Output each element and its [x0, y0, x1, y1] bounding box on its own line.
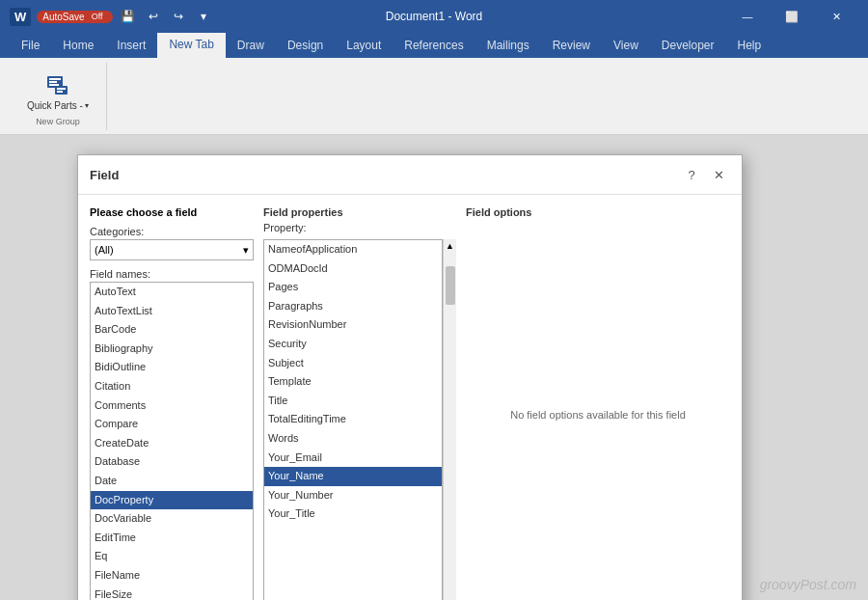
autosave-state: Off: [88, 12, 107, 21]
panel-right: Field options No field options available…: [466, 206, 730, 600]
field-names-item[interactable]: Date: [91, 472, 253, 491]
dialog-controls: ? ✕: [680, 163, 730, 186]
property-list-item[interactable]: Template: [264, 372, 442, 392]
field-names-item[interactable]: EditTime: [91, 529, 253, 548]
field-dialog: Field ? ✕ Please choose a field Categori…: [77, 154, 743, 600]
field-names-item[interactable]: FileName: [91, 566, 253, 586]
property-list[interactable]: NameofApplicationODMADocIdPagesParagraph…: [263, 239, 443, 600]
minimize-button[interactable]: —: [725, 0, 770, 33]
tab-newtab[interactable]: New Tab: [157, 33, 225, 58]
field-names-item[interactable]: AutoText: [91, 283, 253, 302]
tab-view[interactable]: View: [602, 33, 650, 58]
scroll-up-button[interactable]: ▲: [444, 239, 457, 253]
property-list-item[interactable]: ODMADocId: [264, 259, 442, 279]
close-button[interactable]: ✕: [814, 0, 858, 33]
word-logo-icon: W: [10, 8, 31, 26]
field-names-item[interactable]: BarCode: [91, 320, 253, 340]
tab-review[interactable]: Review: [541, 33, 602, 58]
customize-icon[interactable]: ▾: [194, 7, 213, 26]
restore-button[interactable]: ⬜: [770, 0, 814, 33]
field-names-item[interactable]: Citation: [91, 377, 253, 396]
categories-value: (All): [95, 244, 114, 256]
property-list-item[interactable]: Paragraphs: [264, 297, 442, 316]
field-names-item[interactable]: Compare: [91, 415, 253, 434]
dialog-help-button[interactable]: ?: [680, 163, 703, 186]
tab-layout[interactable]: Layout: [335, 33, 393, 58]
no-options-text: No field options available for this fiel…: [510, 409, 686, 421]
property-list-item[interactable]: NameofApplication: [264, 240, 442, 259]
property-list-item[interactable]: Pages: [264, 278, 442, 297]
tab-home[interactable]: Home: [51, 33, 105, 58]
property-list-item[interactable]: Your_Number: [264, 486, 442, 505]
field-options-area: No field options available for this fiel…: [466, 226, 730, 600]
property-list-item[interactable]: RevisionNumber: [264, 315, 442, 335]
window-controls: — ⬜ ✕: [725, 0, 858, 33]
field-names-item[interactable]: DocProperty: [91, 491, 253, 510]
field-properties-label: Field properties: [263, 206, 456, 218]
ribbon-group-label: New Group: [36, 117, 80, 126]
property-list-item[interactable]: Your_Email: [264, 449, 442, 468]
undo-icon[interactable]: ↩: [144, 7, 163, 26]
property-label: Property:: [263, 222, 456, 233]
field-names-item[interactable]: Comments: [91, 396, 253, 416]
tab-developer[interactable]: Developer: [650, 33, 726, 58]
property-list-item[interactable]: Subject: [264, 354, 442, 373]
field-names-item[interactable]: Eq: [91, 547, 253, 566]
svg-rect-5: [57, 88, 66, 90]
property-list-item[interactable]: TotalEditingTime: [264, 410, 442, 429]
property-list-item[interactable]: Your_Name: [264, 467, 442, 486]
property-list-item[interactable]: Security: [264, 335, 442, 354]
ribbon-tabs: File Home Insert New Tab Draw Design Lay…: [0, 33, 868, 58]
dialog-close-button[interactable]: ✕: [707, 163, 730, 186]
field-names-item[interactable]: AutoTextList: [91, 302, 253, 321]
autosave-label: AutoSave: [42, 12, 84, 22]
svg-rect-1: [49, 78, 61, 80]
scroll-thumb: [446, 266, 455, 305]
ribbon-group-quickparts: Quick Parts - ▾ New Group: [10, 63, 107, 130]
field-options-label: Field options: [466, 206, 730, 218]
field-names-item[interactable]: DocVariable: [91, 509, 253, 529]
svg-rect-4: [55, 86, 68, 95]
document-title: Document1 - Word: [386, 10, 482, 23]
tab-help[interactable]: Help: [726, 33, 773, 58]
tab-draw[interactable]: Draw: [226, 33, 276, 58]
autosave-toggle[interactable]: AutoSave Off: [37, 11, 112, 23]
categories-select[interactable]: (All) ▾: [90, 239, 254, 260]
choose-field-label: Please choose a field: [90, 206, 254, 218]
field-names-item[interactable]: Bibliography: [91, 340, 253, 359]
ribbon-content: Quick Parts - ▾ New Group: [0, 58, 868, 135]
property-list-item[interactable]: Words: [264, 429, 442, 449]
tab-design[interactable]: Design: [276, 33, 335, 58]
property-list-item[interactable]: Your_Title: [264, 505, 442, 524]
redo-icon[interactable]: ↪: [169, 7, 188, 26]
property-list-item[interactable]: Title: [264, 392, 442, 411]
field-names-list[interactable]: AutoTextAutoTextListBarCodeBibliographyB…: [90, 282, 254, 600]
dialog-titlebar: Field ? ✕: [78, 155, 742, 195]
field-names-item[interactable]: BidiOutline: [91, 358, 253, 377]
dialog-title: Field: [90, 168, 119, 182]
categories-label: Categories:: [90, 226, 254, 237]
panel-left: Please choose a field Categories: (All) …: [90, 206, 254, 600]
property-scrollbar[interactable]: ▲ ▼: [443, 239, 456, 600]
tab-file[interactable]: File: [10, 33, 51, 58]
dialog-body: Please choose a field Categories: (All) …: [78, 195, 742, 600]
quickparts-label: Quick Parts - ▾: [27, 100, 89, 112]
field-names-item[interactable]: CreateDate: [91, 434, 253, 453]
title-bar-left: W AutoSave Off 💾 ↩ ↪ ▾: [10, 7, 213, 26]
svg-rect-3: [49, 84, 59, 86]
svg-rect-2: [49, 81, 57, 83]
quickparts-button[interactable]: Quick Parts - ▾: [19, 67, 96, 115]
tab-mailings[interactable]: Mailings: [475, 33, 541, 58]
title-bar: W AutoSave Off 💾 ↩ ↪ ▾ Document1 - Word …: [0, 0, 868, 33]
field-names-item[interactable]: FileSize: [91, 586, 253, 601]
save-icon[interactable]: 💾: [119, 7, 138, 26]
tab-insert[interactable]: Insert: [105, 33, 157, 58]
categories-dropdown-icon: ▾: [243, 244, 249, 257]
tab-references[interactable]: References: [393, 33, 475, 58]
main-area: Field ? ✕ Please choose a field Categori…: [0, 135, 868, 600]
field-names-label: Field names:: [90, 268, 254, 280]
quickparts-icon: [42, 69, 73, 100]
field-names-item[interactable]: Database: [91, 452, 253, 472]
panel-mid: Field properties Property: NameofApplica…: [263, 206, 456, 600]
svg-rect-6: [57, 91, 63, 93]
